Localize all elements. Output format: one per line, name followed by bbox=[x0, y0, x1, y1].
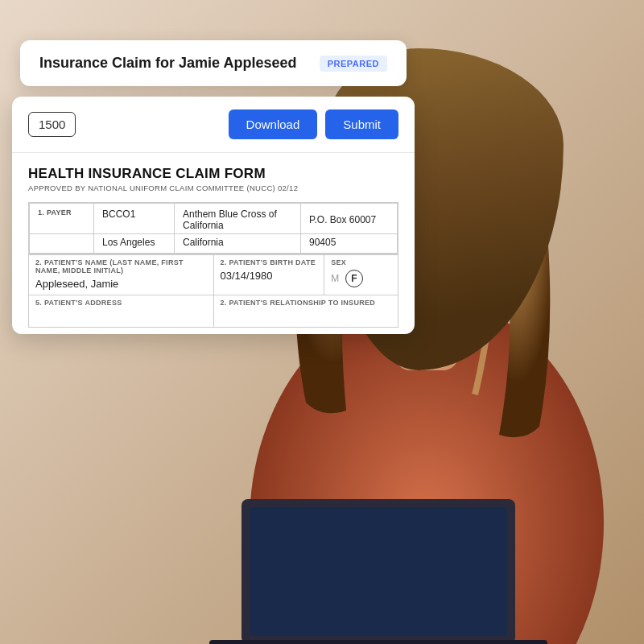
patient-address-value bbox=[29, 308, 213, 327]
form-card: 1500 Download Submit HEALTH INSURANCE CL… bbox=[12, 97, 415, 334]
form-toolbar: 1500 Download Submit bbox=[12, 97, 415, 153]
patient-name-label: 2. PATIENT'S NAME (Last Name, First Name… bbox=[29, 255, 213, 276]
prepared-badge: PREPARED bbox=[320, 56, 387, 72]
patient-info-row: 2. PATIENT'S NAME (Last Name, First Name… bbox=[29, 254, 398, 295]
payer-po: P.O. Box 60007 bbox=[309, 214, 389, 225]
form-content: HEALTH INSURANCE CLAIM FORM APPROVED BY … bbox=[12, 153, 415, 334]
payer-label: 1. PAYER bbox=[38, 208, 85, 217]
form-subtitle: APPROVED BY NATIONAL UNIFORM CLAIM COMMI… bbox=[28, 184, 398, 192]
relationship-label: 2. PATIENT'S RELATIONSHIP TO INSURED bbox=[214, 295, 398, 308]
svg-rect-7 bbox=[209, 640, 547, 644]
payer-name: Anthem Blue Cross of California bbox=[183, 208, 292, 231]
payer-city: Los Angeles bbox=[102, 237, 166, 248]
svg-point-9 bbox=[437, 239, 456, 252]
patient-address-row: 5. PATIENT'S ADDRESS 2. PATIENT'S RELATI… bbox=[29, 295, 398, 328]
form-number-box: 1500 bbox=[28, 112, 76, 137]
submit-button[interactable]: Submit bbox=[325, 109, 398, 139]
patient-dob-value: 03/14/1980 bbox=[214, 268, 324, 287]
sex-options: M F bbox=[324, 268, 398, 292]
sex-label: SEX bbox=[324, 255, 398, 268]
claim-table: 1. PAYER BCCO1 Anthem Blue Cross of Cali… bbox=[28, 202, 398, 328]
payer-row: 1. PAYER BCCO1 Anthem Blue Cross of Cali… bbox=[29, 203, 398, 255]
claim-title: Insurance Claim for Jamie Appleseed bbox=[39, 55, 307, 72]
payer-state: California bbox=[183, 237, 292, 248]
form-title: HEALTH INSURANCE CLAIM FORM bbox=[28, 166, 398, 182]
patient-address-label: 5. PATIENT'S ADDRESS bbox=[29, 295, 213, 308]
payer-id: BCCO1 bbox=[102, 208, 166, 220]
download-button[interactable]: Download bbox=[229, 109, 318, 139]
relationship-value bbox=[214, 308, 398, 327]
toolbar-buttons: Download Submit bbox=[229, 109, 398, 139]
patient-dob-label: 2. PATIENT'S BIRTH DATE bbox=[214, 255, 324, 268]
title-card: Insurance Claim for Jamie Appleseed PREP… bbox=[20, 40, 407, 86]
sex-m-option: M bbox=[331, 273, 339, 284]
svg-rect-6 bbox=[250, 507, 507, 636]
payer-zip: 90405 bbox=[309, 237, 389, 248]
sex-f-circle: F bbox=[345, 270, 363, 287]
patient-name-value: Appleseed, Jamie bbox=[29, 276, 213, 295]
